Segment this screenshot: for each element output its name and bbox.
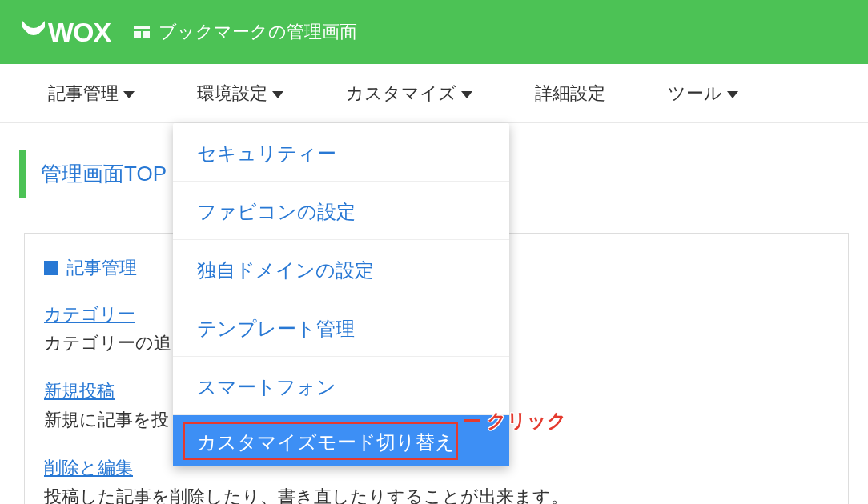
nav-item-tools[interactable]: ツール (668, 82, 738, 106)
chevron-down-icon (461, 91, 472, 98)
annotation: クリック (464, 408, 567, 434)
nav-item-label: 環境設定 (197, 82, 267, 106)
chevron-down-icon (272, 91, 283, 98)
settings-dropdown: セキュリティー ファビコンの設定 独自ドメインの設定 テンプレート管理 スマート… (173, 123, 509, 466)
header-title-wrap: ブックマークの管理画面 (133, 20, 357, 44)
nav-item-label: 詳細設定 (535, 82, 605, 106)
svg-rect-0 (134, 26, 150, 29)
nav-item-advanced[interactable]: 詳細設定 (535, 82, 605, 106)
dropdown-item-label: カスタマイズモード切り替え (197, 431, 455, 453)
dropdown-item-security[interactable]: セキュリティー (173, 123, 509, 182)
dropdown-item-domain[interactable]: 独自ドメインの設定 (173, 240, 509, 298)
dropdown-item-template[interactable]: テンプレート管理 (173, 298, 509, 357)
header-title: ブックマークの管理画面 (159, 20, 357, 44)
dropdown-item-favicon[interactable]: ファビコンの設定 (173, 182, 509, 240)
dropdown-item-customize-mode[interactable]: カスタマイズモード切り替え (173, 415, 509, 466)
main-nav: 記事管理 環境設定 カスタマイズ 詳細設定 ツール (0, 64, 868, 123)
svg-rect-2 (143, 31, 150, 38)
bookmark-manager-icon (133, 23, 151, 41)
annotation-line-icon (464, 419, 480, 422)
logo-smile-icon (22, 21, 45, 43)
dropdown-item-smartphone[interactable]: スマートフォン (173, 357, 509, 415)
svg-rect-1 (134, 31, 141, 38)
nav-item-label: ツール (668, 82, 722, 106)
section-title-label: 記事管理 (66, 256, 137, 280)
logo-text: WOX (48, 17, 111, 48)
logo[interactable]: WOX (22, 17, 111, 48)
annotation-label: クリック (487, 408, 567, 434)
nav-item-customize[interactable]: カスタマイズ (346, 82, 472, 106)
nav-item-articles[interactable]: 記事管理 (48, 82, 135, 106)
top-header: WOX ブックマークの管理画面 (0, 0, 868, 64)
desc-delete-edit: 投稿した記事を削除したり、書き直したりすることが出来ます。 (44, 485, 829, 504)
chevron-down-icon (123, 91, 135, 98)
nav-item-label: カスタマイズ (346, 82, 456, 106)
nav-item-label: 記事管理 (48, 82, 119, 106)
square-bullet-icon (44, 261, 58, 275)
chevron-down-icon (727, 91, 738, 98)
nav-item-settings[interactable]: 環境設定 (197, 82, 283, 106)
